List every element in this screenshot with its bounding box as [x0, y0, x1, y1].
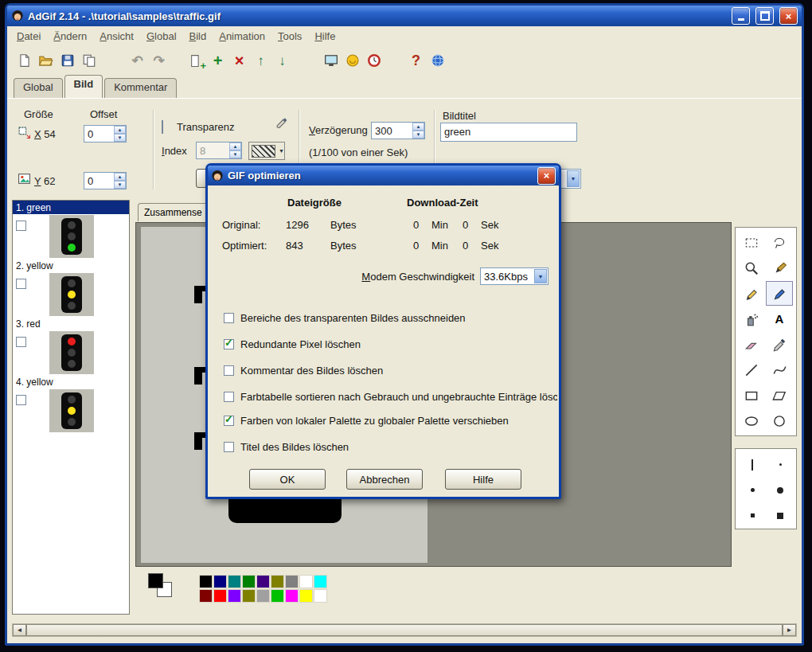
tool-brush[interactable]	[766, 256, 793, 280]
new-file-icon[interactable]	[14, 50, 35, 72]
spin-down-icon[interactable]: ▼	[412, 131, 424, 139]
current-colors[interactable]	[148, 573, 175, 600]
open-folder-icon[interactable]	[35, 50, 57, 72]
frame-item-4[interactable]: 4. yellow	[13, 375, 129, 433]
dialog-option-5-checkbox[interactable]: ✓	[224, 416, 234, 426]
dialog-option-2[interactable]: ✓ Redundante Pixel löschen	[224, 338, 557, 350]
dialog-option-3-checkbox[interactable]	[224, 365, 234, 376]
spin-down-icon[interactable]: ▼	[114, 181, 126, 189]
tool-eraser[interactable]	[738, 332, 765, 357]
menu-item-datei[interactable]: Datei	[10, 28, 47, 45]
size-option-square-small[interactable]	[739, 503, 766, 528]
redo-icon[interactable]: ↷	[148, 50, 170, 72]
tool-line[interactable]	[738, 357, 765, 382]
frame-checkbox[interactable]	[16, 337, 26, 347]
palette-swatch[interactable]	[228, 589, 241, 603]
maximize-button[interactable]	[755, 7, 774, 25]
menu-item-bild[interactable]: Bild	[183, 28, 213, 45]
frame-checkbox[interactable]	[16, 395, 26, 405]
palette-swatch[interactable]	[299, 589, 313, 603]
dialog-titlebar[interactable]: GIF optimieren ×	[208, 166, 559, 185]
ok-button[interactable]: OK	[249, 469, 326, 490]
menu-item-hilfe[interactable]: Hilfe	[308, 28, 342, 45]
tab-kommentar[interactable]: Kommentar	[104, 78, 177, 98]
dialog-option-2-checkbox[interactable]: ✓	[224, 339, 234, 349]
palette-swatch[interactable]	[314, 575, 327, 588]
move-down-icon[interactable]: ↓	[271, 50, 293, 72]
size-option-square-large[interactable]	[767, 503, 794, 528]
size-option-dot-medium[interactable]	[739, 478, 766, 502]
move-up-icon[interactable]: ↑	[250, 50, 271, 72]
menu-item-aendern[interactable]: Ändern	[47, 28, 93, 45]
spin-up-icon[interactable]: ▲	[229, 143, 241, 150]
palette-swatch[interactable]	[271, 589, 284, 603]
horizontal-scrollbar[interactable]: ◄ ►	[12, 623, 797, 637]
tool-circle[interactable]	[766, 408, 793, 433]
size-option-dot-large[interactable]	[767, 478, 794, 502]
combo-arrow-icon[interactable]: ▼	[567, 170, 580, 187]
animation-icon[interactable]	[342, 50, 363, 72]
dialog-option-6[interactable]: Titel des Bildes löschen	[224, 440, 557, 453]
tool-pen[interactable]	[766, 281, 793, 306]
transparenz-checkbox[interactable]	[162, 120, 163, 134]
dialog-option-1[interactable]: Bereiche des transparenten Bildes aussch…	[224, 311, 557, 324]
tool-eyedropper[interactable]	[766, 332, 793, 357]
offset-x-stepper[interactable]: 0 ▲▼	[84, 125, 127, 143]
window-titlebar[interactable]: AdGif 2.14 - .\tutorial\samples\traffic.…	[7, 6, 802, 26]
foreground-color-swatch[interactable]	[148, 573, 163, 588]
add-plus-icon[interactable]: +	[207, 50, 228, 72]
frame-item-1[interactable]: 1. green	[13, 201, 129, 259]
palette-swatch[interactable]	[256, 575, 270, 588]
delete-x-icon[interactable]: ×	[228, 50, 250, 72]
dialog-option-3[interactable]: Kommentar des Bildes löschen	[224, 364, 557, 377]
palette-swatch[interactable]	[285, 589, 299, 603]
tool-rectangle[interactable]	[738, 383, 765, 408]
add-frame-icon[interactable]: +	[185, 50, 207, 72]
dialog-option-1-checkbox[interactable]	[224, 313, 234, 323]
size-option-line[interactable]	[739, 452, 766, 477]
palette-swatch[interactable]	[242, 575, 256, 588]
preview-icon[interactable]	[320, 50, 342, 72]
palette-swatch[interactable]	[199, 575, 213, 588]
frame-checkbox[interactable]	[16, 279, 26, 289]
tool-lasso[interactable]	[766, 230, 793, 255]
scrollbar-thumb[interactable]	[26, 624, 783, 636]
help-button[interactable]: Hilfe	[445, 469, 521, 490]
pattern-dropdown[interactable]: ▼	[248, 142, 285, 160]
frame-label[interactable]: 1. green	[13, 201, 129, 214]
undo-icon[interactable]: ↶	[127, 50, 148, 72]
duplicate-icon[interactable]	[78, 50, 100, 72]
save-icon[interactable]	[57, 50, 78, 72]
scroll-right-button[interactable]: ►	[783, 624, 796, 636]
tool-select[interactable]	[738, 230, 765, 255]
palette-swatch[interactable]	[213, 575, 227, 588]
spin-down-icon[interactable]: ▼	[114, 134, 126, 142]
palette-swatch[interactable]	[213, 589, 227, 603]
menu-item-animation[interactable]: Animation	[213, 28, 271, 45]
dialog-option-5[interactable]: ✓ Farben von lokaler Palette zu globaler…	[224, 414, 557, 427]
tool-text[interactable]: A	[766, 306, 793, 331]
cancel-button[interactable]: Abbrechen	[346, 469, 423, 490]
tool-polygon[interactable]	[766, 383, 793, 408]
frame-label[interactable]: 2. yellow	[13, 259, 129, 272]
menu-item-tools[interactable]: Tools	[271, 28, 308, 45]
palette-swatch[interactable]	[256, 589, 270, 603]
index-stepper[interactable]: 8 ▲▼	[196, 142, 242, 159]
bildtitel-input[interactable]: green	[440, 123, 577, 142]
tool-pencil[interactable]	[738, 281, 765, 306]
spin-up-icon[interactable]: ▲	[412, 123, 424, 131]
scroll-left-button[interactable]: ◄	[13, 624, 26, 636]
tab-bild[interactable]: Bild	[64, 75, 103, 98]
web-globe-icon[interactable]	[427, 50, 448, 72]
palette-swatch[interactable]	[228, 575, 241, 588]
close-button[interactable]: ×	[779, 7, 798, 25]
tool-ellipse[interactable]	[738, 408, 765, 433]
frame-label[interactable]: 4. yellow	[13, 375, 129, 388]
frame-item-2[interactable]: 2. yellow	[13, 259, 129, 317]
menu-item-global[interactable]: Global	[140, 28, 183, 45]
offset-y-stepper[interactable]: 0 ▲▼	[84, 172, 127, 189]
menu-item-ansicht[interactable]: Ansicht	[93, 28, 140, 45]
spin-down-icon[interactable]: ▼	[229, 150, 241, 158]
spin-up-icon[interactable]: ▲	[114, 126, 126, 134]
combo-arrow-icon[interactable]: ▼	[534, 269, 547, 283]
